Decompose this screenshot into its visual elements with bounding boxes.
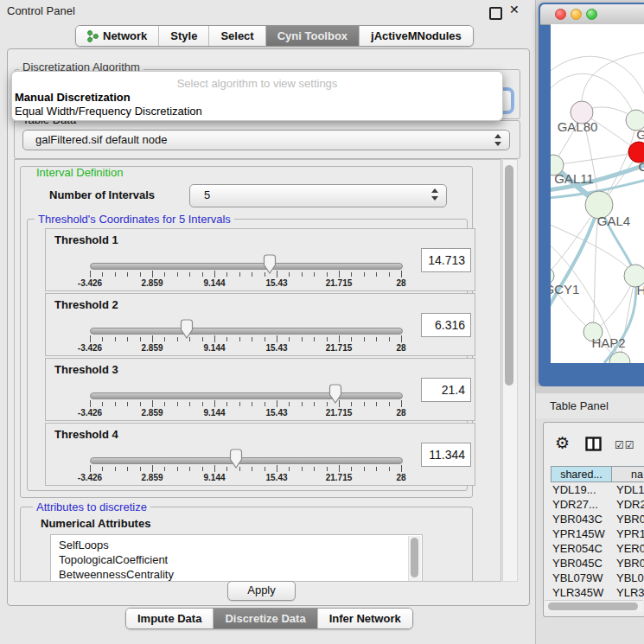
tab-network[interactable]: Network <box>76 26 158 46</box>
threshold-value-input[interactable]: 11.344 <box>421 443 471 467</box>
network-icon <box>87 30 99 42</box>
float-window-icon[interactable] <box>489 7 502 20</box>
threshold-slider-track[interactable] <box>90 392 403 399</box>
table-row[interactable]: YBR043CYBR0 <box>551 513 644 527</box>
tab-impute-data[interactable]: Impute Data <box>126 609 213 628</box>
cell-name[interactable]: YBL0 <box>616 571 644 584</box>
tab-jactivemnodules[interactable]: jActiveMNodules <box>359 26 473 46</box>
axis-tick <box>364 272 365 277</box>
table-row[interactable]: YLR345WYLR3 <box>551 586 644 601</box>
tab-style[interactable]: Style <box>158 26 208 46</box>
attribute-item-topologicalcoefficient[interactable]: TopologicalCoefficient <box>51 552 422 567</box>
tab-cyni-toolbox[interactable]: Cyni Toolbox <box>265 26 359 46</box>
axis-tick <box>302 272 303 277</box>
control-panel-title: Control Panel <box>7 4 75 17</box>
table-row[interactable]: YBL079WYBL0 <box>551 571 644 586</box>
axis-tick <box>252 402 252 406</box>
gear-icon[interactable]: ⚙ <box>555 435 570 451</box>
cell-name[interactable]: YBR0 <box>616 557 644 570</box>
network-canvas[interactable]: GAL80GACGAL11GAL4GCY1HHAP2 <box>551 24 644 363</box>
axis-tick <box>389 272 390 277</box>
axis-tick-label: 28 <box>375 473 427 482</box>
settings-scrollbar-thumb[interactable] <box>505 165 513 386</box>
slider-handle[interactable] <box>262 254 277 274</box>
cell-shared-name[interactable]: YDL19... <box>552 483 611 496</box>
table-row[interactable]: YER054CYER0 <box>551 542 644 557</box>
axis-tick-label: 15.43 <box>251 473 303 482</box>
cell-name[interactable]: YLR3 <box>616 586 644 599</box>
cell-name[interactable]: YPR1 <box>616 527 644 540</box>
axis-tick <box>314 402 315 406</box>
threshold-slider-track[interactable] <box>90 328 403 335</box>
cell-shared-name[interactable]: YLR345W <box>552 586 611 599</box>
axis-tick <box>376 272 377 277</box>
threshold-value-input[interactable]: 6.316 <box>421 313 471 337</box>
network-edge[interactable] <box>551 73 636 120</box>
axis-tick <box>189 467 190 471</box>
tab-infer-network[interactable]: Infer Network <box>317 609 412 628</box>
slider-handle[interactable] <box>228 449 244 469</box>
axis-tick <box>364 337 365 341</box>
axis-tick <box>277 335 277 342</box>
number-of-intervals-value: 5 <box>204 188 210 201</box>
slider-handle[interactable] <box>328 384 343 404</box>
checkbox-icons[interactable]: ☑☑ <box>615 439 635 451</box>
threshold-slider-track[interactable] <box>90 263 403 270</box>
cyni-bottom-tabs: Impute DataDiscretize DataInfer Network <box>125 608 413 629</box>
attributes-scrollbar-thumb[interactable] <box>411 538 418 577</box>
cell-shared-name[interactable]: YER054C <box>552 542 611 555</box>
table-data-combobox[interactable]: galFiltered.sif default node <box>22 130 510 150</box>
table-row[interactable]: YDR27...YDR2 <box>551 498 644 513</box>
table-horizontal-scrollbar <box>545 600 643 612</box>
threshold-value-input[interactable]: 21.4 <box>421 378 471 402</box>
cell-name[interactable]: YDR2 <box>616 498 644 511</box>
apply-button[interactable]: Apply <box>227 581 296 601</box>
attribute-item-selfloops[interactable]: SelfLoops <box>51 538 422 552</box>
zoom-traffic-light-icon[interactable] <box>586 9 597 20</box>
column-header-shared-name[interactable]: shared... <box>551 466 612 482</box>
cell-shared-name[interactable]: YPR145W <box>552 527 611 540</box>
axis-tick-label: 2.859 <box>126 278 178 288</box>
cell-name[interactable]: YER0 <box>616 542 644 555</box>
cell-name[interactable]: YDL1 <box>616 483 644 496</box>
threshold-panel-1: Threshold 1-3.4262.8599.14415.4321.71528… <box>45 228 475 291</box>
axis-tick <box>202 337 203 341</box>
tab-discretize-data[interactable]: Discretize Data <box>213 609 316 628</box>
cell-shared-name[interactable]: YBR043C <box>552 513 611 526</box>
algorithm-option-equal-width[interactable]: Equal Width/Frequency Discretization <box>15 105 490 118</box>
minimize-traffic-light-icon[interactable] <box>571 9 582 20</box>
axis-tick <box>189 272 190 277</box>
close-icon[interactable]: ✕ <box>509 3 520 16</box>
slider-handle[interactable] <box>179 319 194 339</box>
axis-tick <box>90 335 91 342</box>
attribute-item-betweennesscentrality[interactable]: BetweennessCentrality <box>51 567 422 582</box>
algorithm-option-manual[interactable]: Manual Discretization <box>15 91 490 104</box>
cell-shared-name[interactable]: YBR045C <box>552 557 611 570</box>
threshold-value-input[interactable]: 14.713 <box>421 248 471 272</box>
axis-tick <box>115 467 116 471</box>
close-traffic-light-icon[interactable] <box>555 9 566 20</box>
axis-tick <box>327 337 328 341</box>
axis-tick <box>265 467 265 471</box>
cell-name[interactable]: YBR0 <box>616 513 644 526</box>
cell-shared-name[interactable]: YBL079W <box>552 571 611 584</box>
table-row[interactable]: YBR045CYBR0 <box>551 557 644 571</box>
threshold-slider-track[interactable] <box>90 457 403 464</box>
axis-tick <box>115 272 116 277</box>
axis-tick-label: -3.426 <box>64 408 116 418</box>
table-panel-title: Table Panel <box>550 399 609 412</box>
axis-tick <box>327 272 328 277</box>
split-columns-icon[interactable] <box>585 437 602 455</box>
threshold-title: Threshold 2 <box>54 298 118 311</box>
table-row[interactable]: YDL19...YDL1 <box>551 483 644 498</box>
network-edge[interactable] <box>553 152 639 165</box>
number-of-intervals-spinner[interactable]: 5 <box>189 184 447 207</box>
table-row[interactable]: YPR145WYPR1 <box>551 527 644 542</box>
table-hscrollbar-thumb[interactable] <box>548 603 638 610</box>
cell-shared-name[interactable]: YDR27... <box>552 498 611 511</box>
settings-scroll-viewport: Interval Definition Number of Intervals … <box>14 159 501 582</box>
network-edge[interactable] <box>551 56 644 111</box>
network-window-titlebar[interactable] <box>540 4 644 25</box>
tab-select[interactable]: Select <box>208 26 265 46</box>
column-header-name[interactable]: na <box>611 466 644 482</box>
